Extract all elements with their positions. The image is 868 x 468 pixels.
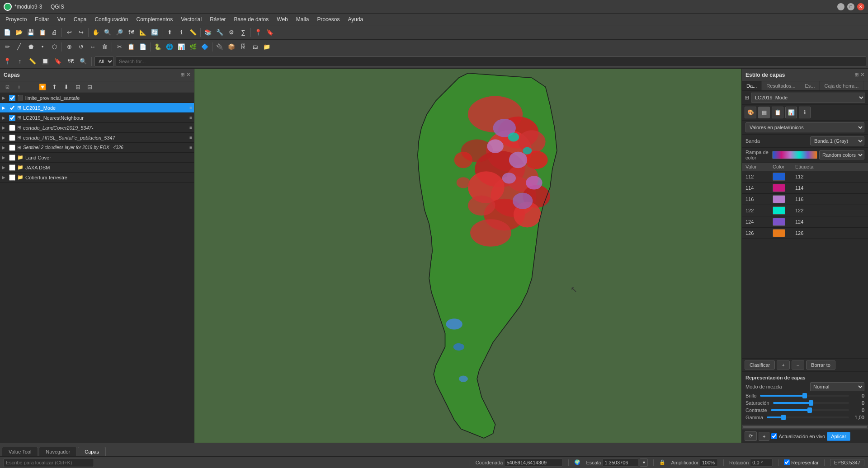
render-checkbox[interactable]: [784, 459, 790, 465]
classify-button[interactable]: Clasificar: [745, 360, 775, 370]
menu-procesos[interactable]: Procesos: [313, 15, 343, 23]
layer-expand-jaxa[interactable]: ▶: [2, 165, 7, 170]
layers-button[interactable]: 📚: [203, 27, 213, 38]
new-project-button[interactable]: 📄: [2, 27, 13, 38]
layer-item-jaxa[interactable]: ▶ 📁 JAXA DSM: [0, 163, 194, 173]
layer-checkbox-jaxa[interactable]: [9, 164, 15, 171]
locator-type-select[interactable]: All: [94, 56, 114, 66]
copy-button[interactable]: 📄: [137, 42, 148, 52]
add-style-button[interactable]: +: [759, 432, 769, 441]
layer-style-select[interactable]: LC2019_Mode: [751, 93, 865, 103]
rp-tab-resultados[interactable]: Resultados...: [762, 81, 800, 90]
layer-up[interactable]: ⬆: [49, 82, 60, 93]
plugin3-button[interactable]: 🗄: [238, 42, 249, 52]
contrast-slider-handle[interactable]: [807, 407, 812, 413]
menu-proyecto[interactable]: Proyecto: [2, 15, 30, 23]
color-swatch-4[interactable]: [773, 218, 785, 226]
redo-button[interactable]: ↪: [75, 27, 86, 38]
sync-button[interactable]: ⟳: [745, 431, 757, 441]
style-legend-icon[interactable]: 📋: [772, 107, 783, 118]
measure-button[interactable]: 📏: [188, 27, 198, 38]
rotate-button[interactable]: ↺: [75, 42, 86, 52]
style-info-icon[interactable]: ℹ: [799, 107, 811, 118]
graticule-button[interactable]: 🔲: [40, 56, 51, 67]
layer-expand-lc2019mode[interactable]: ▶: [2, 105, 7, 110]
color-swatch-5[interactable]: [773, 229, 785, 237]
style-panel-float[interactable]: ⊞: [854, 72, 859, 78]
bottom-tab-value-tool[interactable]: Value Tool: [2, 447, 38, 456]
maximize-button[interactable]: □: [847, 3, 854, 10]
color-swatch-2[interactable]: [773, 195, 785, 203]
add-point-button[interactable]: •: [37, 42, 48, 52]
layer-item-landcover[interactable]: ▶ 📁 Land Cover: [0, 153, 194, 163]
style-histogram-icon[interactable]: 📊: [785, 107, 797, 118]
north-arrow-button[interactable]: ↑: [14, 56, 25, 67]
layer-remove[interactable]: −: [25, 82, 36, 93]
move-feature-button[interactable]: ⊕: [64, 42, 75, 52]
layer-item-lc2019mode[interactable]: ▶ ⊞ LC2019_Mode ≡: [0, 103, 194, 113]
color-swatch-3[interactable]: [773, 206, 785, 215]
menu-configuracion[interactable]: Configuración: [91, 15, 132, 23]
digitize-button[interactable]: ✏: [2, 42, 13, 52]
layer-expand-landcover[interactable]: ▶: [2, 155, 7, 160]
map-canvas[interactable]: ↖: [194, 69, 741, 443]
node-tool-button[interactable]: ⬡: [49, 42, 60, 52]
zoom-layer-button[interactable]: 📐: [137, 27, 148, 38]
layer-item-cobertura[interactable]: ▶ 📁 Cobertura terrestre: [0, 173, 194, 183]
coord-input[interactable]: [504, 459, 563, 467]
style-panel-close[interactable]: ✕: [860, 72, 864, 78]
quick-search-input[interactable]: [4, 458, 94, 467]
zoom-in-button[interactable]: 🔍: [102, 27, 113, 38]
layer-checkbox-cobertura[interactable]: [9, 174, 15, 181]
epsg-button[interactable]: EPSG:5347: [830, 459, 864, 466]
rp-tab-es[interactable]: Es...: [800, 81, 820, 90]
scale-dropdown[interactable]: ▼: [640, 459, 648, 467]
layer-item-sentinel[interactable]: ▶ ⊞ Sentinel-2 cloudless layer for 2019 …: [0, 143, 194, 153]
locator-search-input[interactable]: [116, 56, 866, 66]
brightness-slider-handle[interactable]: [802, 393, 807, 398]
save-as-button[interactable]: 📋: [37, 27, 48, 38]
layer-expand-limite[interactable]: ▶: [2, 95, 7, 100]
add-line-button[interactable]: ╱: [14, 42, 24, 52]
plugin2-button[interactable]: 📦: [226, 42, 237, 52]
layer-expand-cortado-lc[interactable]: ▶: [2, 125, 7, 130]
gamma-slider-handle[interactable]: [781, 415, 786, 420]
menu-raster[interactable]: Ráster: [206, 15, 229, 23]
save-project-button[interactable]: 💾: [25, 27, 36, 38]
identify-button[interactable]: ℹ: [176, 27, 187, 38]
layer-checkbox-cortado-hrsl[interactable]: [9, 135, 15, 141]
layer-item-lc2019nn[interactable]: ▶ ⊞ LC2019_NearestNeighbour ≡: [0, 113, 194, 123]
layers-panel-float[interactable]: ⊞: [180, 72, 184, 78]
plugin4-button[interactable]: 🗂: [250, 42, 260, 52]
layer-expand-lc2019nn[interactable]: ▶: [2, 115, 7, 120]
python-button[interactable]: 🐍: [152, 42, 163, 52]
layer-checkbox-sentinel[interactable]: [9, 145, 15, 151]
add-polygon-button[interactable]: ⬟: [25, 42, 36, 52]
grass-button[interactable]: 🌿: [188, 42, 198, 52]
color-swatch-0[interactable]: [773, 173, 785, 181]
live-update-checkbox[interactable]: [771, 433, 777, 439]
layer-filter[interactable]: 🔽: [37, 82, 48, 93]
amplifier-input[interactable]: [700, 459, 718, 467]
menu-editar[interactable]: Editar: [31, 15, 52, 23]
paste-button[interactable]: 📋: [126, 42, 137, 52]
pan-map-button[interactable]: 🗺: [65, 56, 76, 67]
menu-complementos[interactable]: Complementos: [132, 15, 176, 23]
menu-malla[interactable]: Malla: [292, 15, 313, 23]
refresh-button[interactable]: 🔄: [149, 27, 160, 38]
plugin1-button[interactable]: 🔌: [214, 42, 225, 52]
layer-add[interactable]: +: [14, 82, 24, 93]
rotation-input[interactable]: [750, 459, 773, 467]
sum-button[interactable]: ∑: [238, 27, 249, 38]
layer-checkbox-limite[interactable]: [9, 95, 15, 101]
layer-expand-sentinel[interactable]: ▶: [2, 145, 7, 150]
layer-checkbox-lc2019nn[interactable]: [9, 115, 15, 121]
band-select[interactable]: Banda 1 (Gray): [810, 136, 864, 145]
layer-checkbox-landcover[interactable]: [9, 154, 15, 161]
scale-button[interactable]: ↔: [87, 42, 98, 52]
undo-button[interactable]: ↩: [64, 27, 75, 38]
delete-feature-button[interactable]: 🗑: [99, 42, 110, 52]
saga-button[interactable]: 🔷: [199, 42, 210, 52]
plugin5-button[interactable]: 📁: [261, 42, 272, 52]
layer-expand-cobertura[interactable]: ▶: [2, 175, 7, 180]
